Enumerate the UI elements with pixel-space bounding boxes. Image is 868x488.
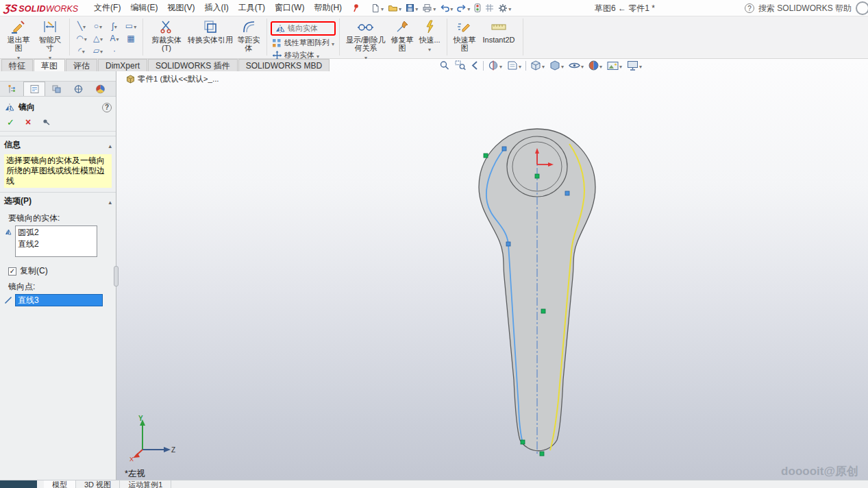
trim-entities-button[interactable]: 剪裁实体(T) xyxy=(147,18,186,53)
pm-pin-icon[interactable] xyxy=(42,118,51,126)
menu-view[interactable]: 视图(V) xyxy=(162,0,199,16)
offset-entities-button[interactable]: 等距实体 xyxy=(234,18,263,53)
dropdown-caret[interactable] xyxy=(561,61,564,71)
menu-insert[interactable]: 插入(I) xyxy=(199,0,233,16)
linear-sketch-pattern-button[interactable]: 线性草图阵列 xyxy=(271,38,336,48)
dropdown-caret[interactable] xyxy=(84,34,87,43)
dropdown-caret[interactable] xyxy=(381,3,384,13)
instant2d-button[interactable]: Instant2D xyxy=(478,18,519,53)
previous-view-icon[interactable] xyxy=(470,60,480,71)
ok-button[interactable]: ✓ xyxy=(7,118,14,127)
help-search-label[interactable]: 搜索 SOLIDWORKS 帮助 xyxy=(758,3,852,14)
zoom-fit-icon[interactable] xyxy=(438,60,451,71)
graphics-viewport[interactable]: 零件1 (默认<<默认>_... xyxy=(116,59,868,480)
hide-show-items-icon[interactable] xyxy=(568,61,584,71)
sketch-tool-arc[interactable] xyxy=(73,32,90,45)
copy-checkbox[interactable] xyxy=(8,267,16,276)
view-settings-icon[interactable] xyxy=(626,60,643,71)
dropdown-caret[interactable] xyxy=(100,34,103,43)
dropdown-caret[interactable] xyxy=(581,61,584,71)
display-manager-tab[interactable] xyxy=(89,82,111,96)
dropdown-caret[interactable] xyxy=(83,21,86,31)
options-section-header[interactable]: 选项(P) xyxy=(0,192,116,208)
entity-item[interactable]: 圆弧2 xyxy=(18,227,95,239)
collapse-chevron-icon[interactable] xyxy=(108,197,112,206)
model-tab[interactable]: 模型 xyxy=(44,480,76,488)
sketch-tool-point[interactable] xyxy=(106,45,123,57)
sketch-tool-polygon[interactable] xyxy=(90,32,106,45)
open-icon[interactable] xyxy=(386,3,403,14)
help-icon[interactable] xyxy=(745,3,754,13)
cancel-button[interactable]: × xyxy=(25,117,31,127)
display-delete-relations-button[interactable]: 显示/删除几何关系 xyxy=(343,18,388,62)
dropdown-caret[interactable] xyxy=(619,61,622,71)
tab-features[interactable]: 特征 xyxy=(1,59,33,71)
repair-sketch-button[interactable]: 修复草图 xyxy=(388,18,416,62)
dropdown-caret[interactable] xyxy=(99,21,102,31)
rebuild-icon[interactable] xyxy=(473,3,482,13)
pin-menu-icon[interactable] xyxy=(351,3,360,12)
panel-splitter-handle[interactable] xyxy=(114,266,119,286)
dropdown-caret[interactable] xyxy=(415,3,418,13)
rapid-sketch-button[interactable]: 快速草图 xyxy=(451,18,478,53)
dropdown-caret[interactable] xyxy=(508,3,511,13)
undo-icon[interactable] xyxy=(438,3,454,14)
dropdown-caret[interactable] xyxy=(317,51,319,60)
quick-snaps-button[interactable]: 快速... xyxy=(416,18,443,62)
section-view-icon[interactable] xyxy=(487,60,503,71)
dropdown-caret[interactable] xyxy=(599,61,602,71)
dropdown-caret[interactable] xyxy=(100,46,103,56)
message-section-header[interactable]: 信息 xyxy=(0,136,116,152)
redo-icon[interactable] xyxy=(456,3,471,14)
dropdown-caret[interactable] xyxy=(519,61,521,71)
tab-evaluate[interactable]: 评估 xyxy=(66,59,97,71)
sketch-tool-rectangle[interactable] xyxy=(123,20,139,32)
dropdown-caret[interactable] xyxy=(639,61,642,71)
sketch-tool-text[interactable] xyxy=(106,32,123,45)
mirror-about-field[interactable]: 直线3 xyxy=(15,294,103,306)
dropdown-caret[interactable] xyxy=(428,44,431,53)
dropdown-caret[interactable] xyxy=(399,3,401,13)
entities-to-mirror-listbox[interactable]: 圆弧2 直线2 xyxy=(15,225,97,257)
dropdown-caret[interactable] xyxy=(114,21,117,31)
sketch-grid-icon[interactable] xyxy=(484,3,495,13)
options-gear-icon[interactable] xyxy=(497,3,512,14)
dropdown-caret[interactable] xyxy=(542,61,545,71)
edit-appearance-icon[interactable] xyxy=(588,60,603,71)
pm-help-icon[interactable] xyxy=(102,103,112,112)
zoom-area-icon[interactable] xyxy=(454,60,467,71)
dropdown-caret[interactable] xyxy=(82,46,85,56)
save-icon[interactable] xyxy=(404,3,419,14)
dropdown-caret[interactable] xyxy=(332,39,334,47)
smart-dimension-button[interactable]: 智能尺寸 xyxy=(34,18,66,62)
sketch-tool-fillet[interactable] xyxy=(73,45,90,57)
dropdown-caret[interactable] xyxy=(467,3,470,13)
feature-manager-tab[interactable] xyxy=(1,82,23,96)
dropdown-caret[interactable] xyxy=(499,61,502,71)
entity-item[interactable]: 直线2 xyxy=(18,239,95,250)
display-style-icon[interactable] xyxy=(549,60,565,71)
menu-file[interactable]: 文件(F) xyxy=(89,0,125,16)
view-orientation-icon[interactable] xyxy=(530,60,545,71)
mirror-entities-button[interactable]: 镜向实体 xyxy=(271,21,336,36)
tab-dimxpert[interactable]: DimXpert xyxy=(98,59,147,71)
motion-study-tab[interactable]: 运动算例1 xyxy=(120,480,171,488)
menu-edit[interactable]: 编辑(E) xyxy=(125,0,162,16)
collapse-chevron-icon[interactable] xyxy=(108,141,112,150)
property-manager-tab[interactable] xyxy=(23,82,45,96)
sketch-tool-plane[interactable] xyxy=(90,45,106,57)
new-document-icon[interactable] xyxy=(369,3,385,14)
tab-sketch[interactable]: 草图 xyxy=(34,59,65,71)
sketch-tool-spline[interactable] xyxy=(106,20,123,32)
sketch-tool-line[interactable] xyxy=(73,20,90,32)
dropdown-caret[interactable] xyxy=(134,21,136,31)
tab-solidworks-mbd[interactable]: SOLIDWORKS MBD xyxy=(238,59,330,71)
configuration-manager-tab[interactable] xyxy=(45,82,67,96)
convert-entities-button[interactable]: 转换实体引用 xyxy=(186,18,234,53)
feature-tree-root[interactable]: 零件1 (默认<<默认>_... xyxy=(126,74,219,84)
menu-window[interactable]: 窗口(W) xyxy=(270,0,309,16)
sketch-tool-grid[interactable] xyxy=(123,32,139,45)
3d-views-tab[interactable]: 3D 视图 xyxy=(76,480,120,488)
search-icon[interactable] xyxy=(856,1,868,15)
dropdown-caret[interactable] xyxy=(116,34,119,43)
